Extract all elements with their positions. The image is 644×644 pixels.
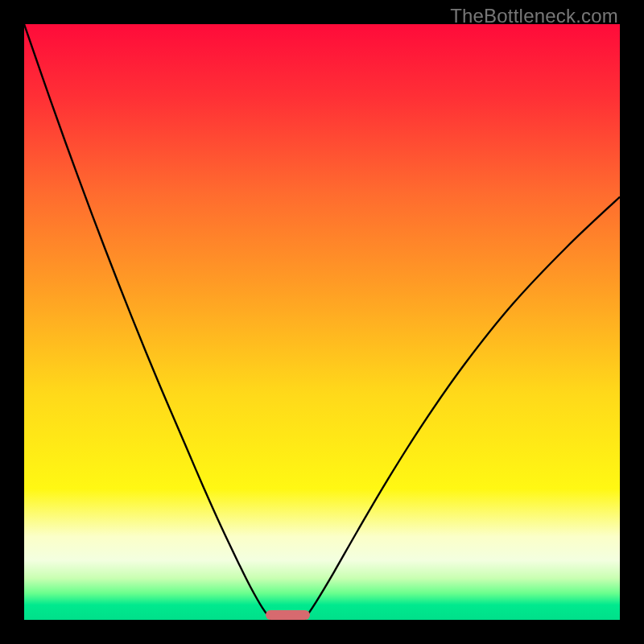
optimum-marker bbox=[266, 610, 311, 620]
gradient-background bbox=[24, 24, 620, 620]
bottleneck-chart bbox=[24, 24, 620, 620]
plot-frame bbox=[24, 24, 620, 620]
